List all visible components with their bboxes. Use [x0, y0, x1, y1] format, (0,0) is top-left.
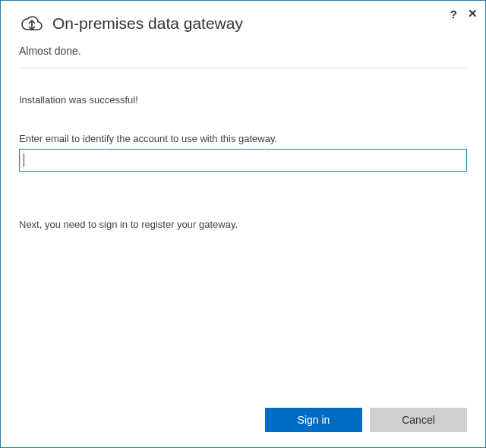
help-icon[interactable]: ? [450, 8, 457, 21]
dialog-window: ? ✕ On-premises data gateway Almost done… [0, 0, 486, 448]
email-input-wrapper [19, 149, 467, 172]
titlebar-controls: ? ✕ [450, 7, 478, 21]
content: Almost done. Installation was successful… [1, 37, 485, 230]
status-text: Installation was successful! [19, 94, 467, 106]
divider [19, 68, 467, 68]
subtitle: Almost done. [19, 45, 467, 57]
email-input[interactable] [19, 149, 467, 172]
sign-in-button[interactable]: Sign in [265, 408, 362, 432]
email-label: Enter email to identify the account to u… [19, 133, 467, 144]
cloud-upload-icon [19, 13, 45, 34]
footer: Sign in Cancel [265, 408, 467, 432]
next-instruction: Next, you need to sign in to register yo… [19, 219, 467, 230]
cancel-button[interactable]: Cancel [370, 408, 467, 432]
close-icon[interactable]: ✕ [468, 7, 478, 21]
page-title: On-premises data gateway [52, 14, 243, 33]
header: On-premises data gateway [1, 1, 485, 37]
